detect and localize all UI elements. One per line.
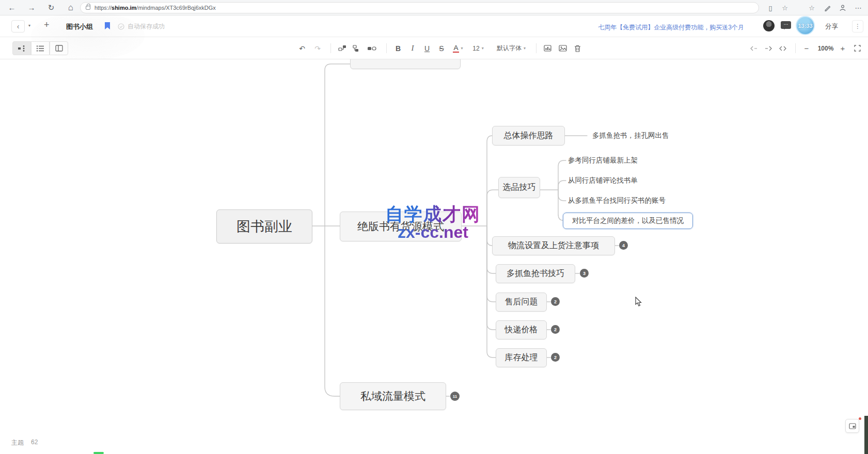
node-aftersale[interactable]: 售后问题 bbox=[496, 293, 547, 312]
badge-logistics-count: 4 bbox=[622, 243, 625, 248]
fullscreen-icon[interactable] bbox=[851, 41, 863, 55]
format-toolbar: ↶ ↷ B I U S A ▾ 12 ▾ 默认字体 ▾ − 10 bbox=[0, 37, 868, 59]
badge-private-traffic[interactable]: 11 bbox=[450, 392, 460, 401]
leaf-selection-2[interactable]: 从同行店铺评论找书单 bbox=[568, 176, 638, 185]
autosave-status: 自动保存成功 bbox=[118, 22, 165, 31]
node-grab-skill[interactable]: 多抓鱼抢书技巧 bbox=[496, 264, 575, 283]
insert-image-icon[interactable] bbox=[556, 41, 570, 55]
node-logistics-label: 物流设置及上货注意事项 bbox=[508, 240, 599, 251]
url-domain: shimo.im bbox=[112, 5, 136, 11]
forward-icon[interactable]: → bbox=[24, 2, 39, 14]
font-color-caret-icon: ▾ bbox=[461, 46, 463, 51]
badge-private-traffic-count: 11 bbox=[453, 394, 457, 399]
video-progress-fragment bbox=[93, 452, 104, 454]
app-header: ‹ ▾ + 图书小组 自动保存成功 七周年【免费试用】企业高级付费功能，购买送3… bbox=[0, 15, 868, 37]
node-outofprint-label: 绝版书有货源模式 bbox=[357, 219, 444, 234]
node-private-traffic[interactable]: 私域流量模式 bbox=[340, 382, 446, 410]
mouse-cursor-icon bbox=[634, 297, 642, 307]
badge-aftersale-count: 2 bbox=[554, 299, 557, 304]
font-family-value: 默认字体 bbox=[497, 44, 522, 53]
user-avatar[interactable]: 13:33 bbox=[796, 16, 815, 35]
font-size-value: 12 bbox=[472, 45, 479, 52]
badge-express-price[interactable]: 2 bbox=[551, 325, 560, 334]
fit-view-icon[interactable] bbox=[777, 41, 789, 55]
favorite-star-icon[interactable]: ☆ bbox=[779, 2, 791, 13]
view-split-button[interactable] bbox=[50, 41, 68, 55]
insert-chart-icon[interactable] bbox=[540, 41, 555, 55]
favorites-icon[interactable]: ☆ bbox=[806, 2, 818, 13]
font-size-caret-icon: ▾ bbox=[482, 46, 484, 51]
badge-inventory[interactable]: 2 bbox=[551, 353, 560, 362]
badge-grab-skill[interactable]: 3 bbox=[580, 269, 589, 278]
relation-node-icon[interactable] bbox=[365, 41, 379, 55]
collaborator-avatar[interactable] bbox=[763, 20, 775, 31]
leaf-selection-1[interactable]: 参考同行店铺最新上架 bbox=[568, 156, 638, 165]
node-private-traffic-label: 私域流量模式 bbox=[360, 389, 425, 403]
autosave-check-icon bbox=[118, 23, 124, 30]
expand-branch-icon[interactable] bbox=[762, 41, 775, 55]
share-button[interactable]: 分享 bbox=[825, 22, 838, 31]
leaf-overall-approach[interactable]: 多抓鱼抢书，挂孔网出售 bbox=[592, 131, 669, 140]
leaf-selection-4-selected[interactable]: 对比平台之间的差价，以及已售情况 bbox=[563, 213, 693, 229]
node-root[interactable]: 图书副业 bbox=[216, 209, 312, 244]
node-express-price[interactable]: 快递价格 bbox=[496, 320, 547, 339]
address-bar[interactable]: https://shimo.im/mindmaps/XT3c69rBqj6xkD… bbox=[80, 2, 759, 13]
node-inventory[interactable]: 库存处理 bbox=[496, 348, 547, 367]
node-selection-skill[interactable]: 选品技巧 bbox=[498, 177, 540, 198]
node-cutoff-top[interactable] bbox=[350, 59, 461, 69]
zoom-in-button[interactable]: + bbox=[837, 41, 849, 55]
undo-icon[interactable]: ↶ bbox=[295, 41, 309, 55]
more-menu-button[interactable]: ⋮ bbox=[852, 20, 863, 33]
refresh-icon[interactable]: ↻ bbox=[43, 2, 59, 14]
node-outofprint-model[interactable]: 绝版书有货源模式 bbox=[340, 212, 462, 241]
strikethrough-button[interactable]: S bbox=[435, 41, 448, 55]
navigator-button[interactable] bbox=[845, 419, 859, 433]
comments-icon[interactable]: ⋯ bbox=[781, 21, 791, 29]
view-outline-button[interactable] bbox=[31, 41, 50, 55]
browser-more-icon[interactable]: ⋯ bbox=[852, 2, 864, 13]
home-icon[interactable]: ⌂ bbox=[63, 2, 78, 14]
doc-back-caret-icon[interactable]: ▾ bbox=[28, 23, 30, 28]
delete-node-icon[interactable] bbox=[570, 41, 585, 55]
badge-aftersale[interactable]: 2 bbox=[551, 297, 560, 306]
badge-logistics[interactable]: 4 bbox=[619, 241, 628, 250]
redo-icon[interactable]: ↷ bbox=[311, 41, 324, 55]
font-color-button[interactable]: A ▾ bbox=[449, 41, 467, 55]
zoom-out-button[interactable]: − bbox=[800, 41, 813, 55]
font-family-caret-icon: ▾ bbox=[524, 46, 526, 51]
zoom-level-value[interactable]: 100% bbox=[816, 41, 835, 55]
view-mindmap-button[interactable] bbox=[12, 41, 31, 55]
back-icon[interactable]: ← bbox=[4, 2, 20, 14]
scrollbar-thumb[interactable] bbox=[864, 416, 868, 454]
italic-button[interactable]: I bbox=[406, 41, 419, 55]
node-root-label: 图书副业 bbox=[236, 217, 292, 236]
node-selection-label: 选品技巧 bbox=[503, 182, 536, 193]
insert-child-node-icon[interactable] bbox=[336, 41, 349, 55]
mindmap-canvas[interactable]: 图书副业 绝版书有货源模式 私域流量模式 11 总体操作思路 多抓鱼抢书，挂孔网… bbox=[0, 59, 868, 454]
document-title[interactable]: 图书小组 bbox=[66, 22, 93, 31]
badge-express-price-count: 2 bbox=[554, 327, 557, 332]
new-document-button[interactable]: + bbox=[44, 20, 50, 30]
bold-button[interactable]: B bbox=[391, 41, 405, 55]
font-size-dropdown[interactable]: 12 ▾ bbox=[469, 41, 487, 55]
badge-inventory-count: 2 bbox=[554, 355, 557, 360]
leaf-overall-text: 多抓鱼抢书，挂孔网出售 bbox=[592, 131, 669, 140]
underline-button[interactable]: U bbox=[420, 41, 434, 55]
node-inventory-label: 库存处理 bbox=[505, 352, 538, 363]
promo-banner-link[interactable]: 七周年【免费试用】企业高级付费功能，购买送3个月 bbox=[598, 23, 744, 32]
node-express-price-label: 快递价格 bbox=[505, 325, 538, 335]
leaf-selection-3[interactable]: 从多抓鱼平台找同行买书的账号 bbox=[568, 196, 666, 205]
annotate-pen-icon[interactable] bbox=[821, 2, 833, 13]
topics-count: 62 bbox=[31, 439, 38, 447]
node-overall-approach[interactable]: 总体操作思路 bbox=[492, 126, 565, 145]
font-family-dropdown[interactable]: 默认字体 ▾ bbox=[491, 41, 532, 55]
badge-grab-skill-count: 3 bbox=[583, 271, 586, 276]
collapse-branch-icon[interactable] bbox=[748, 41, 760, 55]
node-logistics[interactable]: 物流设置及上货注意事项 bbox=[492, 236, 615, 255]
doc-back-button[interactable]: ‹ bbox=[11, 20, 25, 33]
bookmark-icon[interactable] bbox=[105, 22, 110, 29]
profile-icon[interactable] bbox=[837, 2, 849, 13]
immersive-reader-icon[interactable]: ▯ bbox=[764, 2, 777, 13]
insert-sibling-node-icon[interactable] bbox=[350, 41, 364, 55]
leaf-selection-1-text: 参考同行店铺最新上架 bbox=[568, 156, 638, 165]
